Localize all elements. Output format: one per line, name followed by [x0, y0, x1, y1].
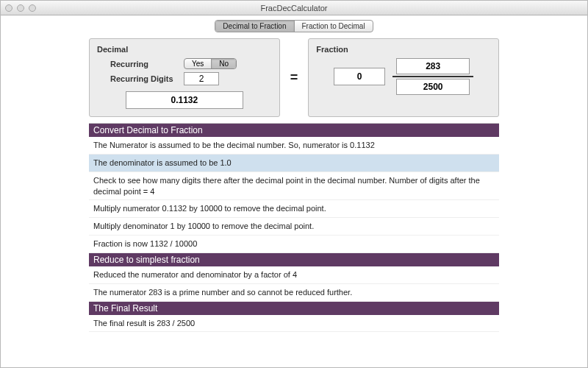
decimal-panel: Decimal Recurring Yes No Recurring Digit… [89, 38, 280, 117]
zoom-icon[interactable] [29, 4, 36, 12]
step-row: Multiply denominator 1 by 10000 to remov… [89, 218, 499, 236]
steps-list: Convert Decimal to Fraction The Numerato… [89, 123, 499, 332]
window-controls [5, 4, 36, 12]
io-panels: Decimal Recurring Yes No Recurring Digit… [89, 38, 499, 117]
recurring-yes[interactable]: Yes [184, 59, 212, 68]
fraction-denominator-input[interactable] [396, 79, 470, 95]
recurring-label: Recurring [110, 60, 178, 68]
recurring-digits-input[interactable] [184, 72, 219, 85]
section-reduce-header: Reduce to simplest fraction [89, 253, 499, 266]
fraction-stack [392, 58, 473, 95]
step-row: Reduced the numerator and denominator by… [89, 266, 499, 284]
app-window: FracDecCalculator Decimal to Fraction Fr… [0, 0, 588, 368]
fraction-display [316, 58, 491, 95]
step-row: The denominator is assumed to be 1.0 [89, 155, 499, 172]
step-row: The final result is 283 / 2500 [89, 315, 499, 333]
mode-tabbar: Decimal to Fraction Fraction to Decimal [1, 20, 587, 32]
tab-fraction-to-decimal[interactable]: Fraction to Decimal [295, 21, 373, 32]
step-row: Fraction is now 1132 / 10000 [89, 236, 499, 253]
step-row: Check to see how many digits there after… [89, 172, 499, 201]
step-row: The Numerator is assumed to be the decim… [89, 137, 499, 155]
equals-sign: = [287, 38, 301, 117]
fraction-bar [392, 76, 473, 77]
tab-decimal-to-fraction[interactable]: Decimal to Fraction [215, 21, 294, 32]
mode-tabs: Decimal to Fraction Fraction to Decimal [215, 20, 373, 32]
minimize-icon[interactable] [17, 4, 24, 12]
decimal-panel-title: Decimal [97, 45, 272, 54]
content-area: Decimal to Fraction Fraction to Decimal … [1, 15, 587, 367]
section-final-header: The Final Result [89, 302, 499, 315]
fraction-panel-title: Fraction [316, 45, 491, 54]
close-icon[interactable] [5, 4, 12, 12]
titlebar: FracDecCalculator [1, 1, 587, 15]
fraction-numerator-input[interactable] [396, 58, 470, 74]
fraction-whole-input[interactable] [334, 68, 385, 85]
window-title: FracDecCalculator [1, 4, 587, 13]
recurring-no[interactable]: No [212, 59, 236, 68]
section-convert-header: Convert Decimal to Fraction [89, 124, 499, 137]
fraction-panel: Fraction [308, 38, 499, 117]
recurring-digits-label: Recurring Digits [110, 74, 178, 83]
step-row: Multiply numerator 0.1132 by 10000 to re… [89, 200, 499, 218]
step-row: The numerator 283 is a prime number and … [89, 284, 499, 302]
decimal-value-input[interactable] [126, 91, 243, 109]
recurring-toggle[interactable]: Yes No [184, 58, 237, 69]
